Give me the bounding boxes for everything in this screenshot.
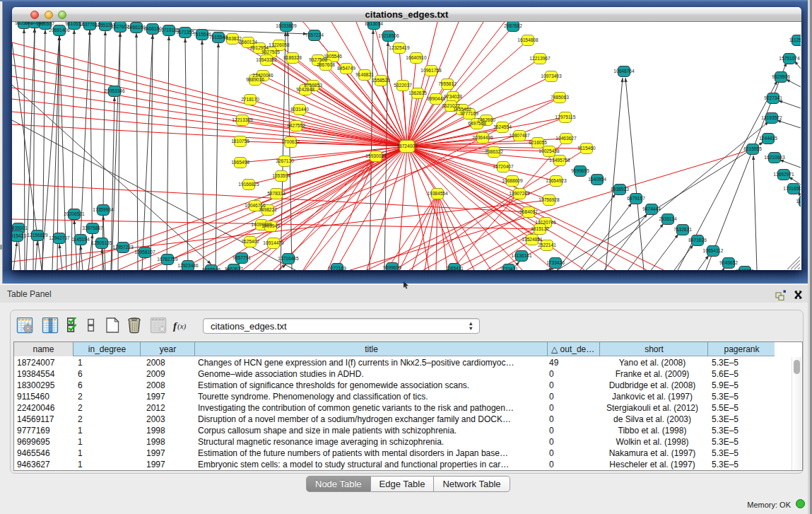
svg-text:9734028: 9734028	[444, 94, 462, 99]
svg-text:1810755: 1810755	[231, 139, 249, 144]
svg-text:1860557: 1860557	[36, 22, 54, 26]
svg-text:12942737: 12942737	[49, 235, 70, 240]
svg-text:9115460: 9115460	[577, 146, 596, 151]
svg-text:10958107: 10958107	[134, 250, 155, 255]
svg-text:1362635: 1362635	[408, 90, 427, 95]
svg-text:14136141: 14136141	[511, 253, 532, 258]
svg-text:16154808: 16154808	[517, 37, 539, 42]
svg-text:13226058: 13226058	[269, 42, 290, 47]
svg-text:8031440: 8031440	[290, 107, 309, 112]
svg-text:2718170: 2718170	[241, 97, 259, 102]
svg-text:2935114: 2935114	[659, 216, 677, 221]
svg-text:9857791: 9857791	[233, 255, 251, 260]
svg-text:3915423: 3915423	[12, 233, 26, 238]
svg-text:1065411: 1065411	[445, 266, 464, 270]
svg-text:20053346: 20053346	[104, 88, 125, 93]
svg-text:16782759: 16782759	[157, 257, 178, 262]
svg-text:7955812: 7955812	[438, 81, 457, 86]
svg-text:9684067: 9684067	[519, 209, 538, 214]
svg-text:20364436: 20364436	[472, 135, 493, 140]
svg-text:9327505: 9327505	[261, 49, 280, 54]
svg-text:3267130: 3267130	[276, 158, 294, 163]
svg-text:33975887: 33975887	[82, 226, 103, 230]
svg-text:17957223: 17957223	[112, 245, 134, 250]
svg-text:2867608: 2867608	[317, 62, 335, 67]
svg-text:10120746: 10120746	[535, 220, 556, 225]
svg-text:9242848: 9242848	[296, 87, 314, 92]
svg-text:10688609: 10688609	[502, 178, 523, 183]
svg-text:16210643: 16210643	[764, 155, 785, 160]
svg-text:13524851: 13524851	[522, 237, 543, 242]
svg-text:9227341: 9227341	[764, 95, 782, 100]
svg-text:1733426: 1733426	[546, 260, 565, 265]
svg-text:1145194: 1145194	[71, 237, 90, 242]
svg-text:9327508: 9327508	[309, 57, 327, 62]
svg-text:9329906: 9329906	[772, 74, 790, 79]
svg-text:9465546: 9465546	[202, 267, 220, 270]
svg-text:12213389: 12213389	[232, 117, 253, 122]
svg-text:12156829: 12156829	[27, 233, 48, 238]
svg-text:9245651: 9245651	[736, 269, 754, 270]
svg-text:8454749: 8454749	[337, 66, 355, 71]
svg-text:10961758: 10961758	[420, 68, 442, 73]
svg-text:1167534: 1167534	[796, 199, 801, 204]
svg-text:7357224: 7357224	[305, 33, 324, 37]
svg-text:(x): (x)	[177, 322, 187, 331]
svg-text:1815132: 1815132	[531, 226, 549, 231]
svg-text:12923446: 12923446	[177, 263, 199, 268]
svg-text:10973493: 10973493	[541, 74, 562, 78]
svg-text:6879197: 6879197	[627, 196, 645, 201]
svg-text:12505135: 12505135	[91, 240, 112, 245]
svg-text:6216055: 6216055	[529, 140, 547, 145]
svg-text:6497568: 6497568	[468, 121, 486, 126]
svg-text:12975115: 12975115	[555, 115, 576, 119]
svg-text:12193572: 12193572	[761, 115, 782, 120]
svg-text:8471626: 8471626	[688, 238, 707, 243]
svg-text:12213967: 12213967	[529, 56, 551, 61]
svg-text:10543382: 10543382	[256, 57, 277, 62]
svg-text:8813054: 8813054	[365, 22, 383, 26]
svg-text:10025438: 10025438	[539, 148, 560, 153]
svg-text:1965498: 1965498	[231, 160, 249, 165]
svg-text:10807487: 10807487	[509, 133, 530, 138]
svg-text:15930023: 15930023	[365, 153, 387, 158]
svg-text:16033809: 16033809	[276, 23, 297, 28]
svg-text:9777169: 9777169	[328, 266, 346, 270]
svg-text:9463627: 9463627	[225, 267, 243, 270]
svg-text:10463627: 10463627	[555, 136, 577, 141]
svg-text:16914479: 16914479	[263, 240, 284, 245]
svg-text:2522141: 2522141	[538, 243, 556, 247]
svg-text:13654923: 13654923	[546, 178, 567, 183]
svg-text:1733421: 1733421	[500, 267, 518, 270]
svg-text:1244415: 1244415	[759, 136, 777, 141]
svg-text:8660124: 8660124	[239, 40, 257, 45]
svg-text:7386322: 7386322	[485, 149, 503, 154]
svg-text:17359934: 17359934	[93, 207, 114, 212]
svg-text:9699695: 9699695	[571, 168, 589, 173]
svg-text:20206521: 20206521	[64, 211, 85, 216]
svg-text:19384554: 19384554	[427, 191, 448, 196]
svg-text:1558520: 1558520	[372, 78, 390, 83]
svg-text:1112549: 1112549	[789, 37, 801, 42]
svg-text:17016504: 17016504	[783, 186, 801, 191]
svg-text:9474444: 9474444	[642, 206, 661, 211]
svg-text:18724007: 18724007	[396, 144, 418, 148]
svg-text:2087682: 2087682	[504, 23, 522, 28]
svg-text:19218506: 19218506	[378, 33, 399, 38]
svg-text:1640954: 1640954	[588, 177, 606, 182]
svg-text:9671355: 9671355	[176, 30, 194, 35]
svg-text:1409949: 1409949	[261, 223, 280, 228]
svg-text:3498222: 3498222	[259, 207, 277, 212]
svg-text:3624554: 3624554	[493, 124, 512, 129]
svg-text:9146821: 9146821	[355, 72, 374, 77]
svg-text:9777169: 9777169	[460, 111, 478, 116]
svg-text:5322037: 5322037	[394, 83, 412, 88]
svg-text:15720407: 15720407	[493, 164, 514, 169]
svg-text:10648764: 10648764	[613, 69, 635, 74]
svg-text:13495758: 13495758	[549, 158, 570, 163]
svg-text:12325419: 12325419	[389, 45, 410, 50]
svg-text:7625402: 7625402	[241, 239, 259, 244]
svg-text:16640910: 16640910	[406, 55, 427, 60]
svg-text:9889016: 9889016	[246, 77, 264, 82]
svg-text:9699695: 9699695	[383, 265, 401, 270]
